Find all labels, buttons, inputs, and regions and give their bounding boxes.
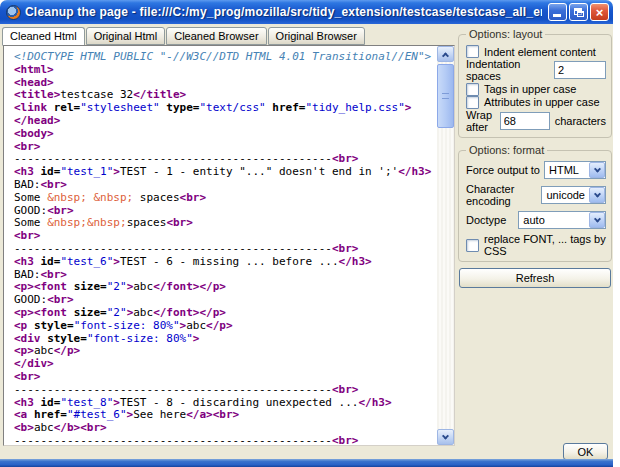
indent-element-content-label: Indent element content [484,46,596,58]
replace-font-checkbox[interactable] [466,239,479,252]
scroll-up-button[interactable] [437,46,454,62]
code-line: <h3 id="test_6">TEST - 6 - missing ... b… [14,256,437,269]
indentation-spaces-label: Indentation spaces [466,58,548,82]
code-line: <p><font size="2">abc</font></p> [14,281,437,294]
code-line: <!DOCTYPE HTML PUBLIC "-//W3C//DTD HTML … [14,51,437,64]
chevron-down-icon [593,190,600,197]
replace-font-label: replace FONT, ... tags by CSS [484,233,606,257]
minimize-button[interactable] [548,3,567,21]
doctype-label: Doctype [466,214,506,226]
code-line: <html> [14,64,437,77]
indent-element-content-checkbox[interactable] [466,45,479,58]
firefox-icon [6,5,21,20]
dropdown-arrow-icon[interactable] [589,162,605,178]
restore-icon-back [577,11,584,17]
window-bottom-border [0,459,613,467]
refresh-button[interactable]: Refresh [459,268,611,288]
code-line: <h3 id="test_1">TEST - 1 - entity "..." … [14,166,437,179]
code-line: Some &nbsp;&nbsp;spaces<br> [14,217,437,230]
vertical-scrollbar[interactable] [437,46,454,445]
tab-cleaned-browser[interactable]: Cleaned Browser [166,27,266,45]
tags-upper-case-label: Tags in upper case [484,83,576,95]
scrollbar-thumb[interactable] [437,64,454,128]
code-line: Some &nbsp; &nbsp; spaces<br> [14,192,437,205]
tab-cleaned-html[interactable]: Cleaned Html [2,27,85,46]
chevron-up-icon [442,52,449,59]
code-listing: <!DOCTYPE HTML PUBLIC "-//W3C//DTD HTML … [4,46,437,445]
code-line: <p>abc</p> [14,345,437,358]
character-encoding-select[interactable]: unicode [541,186,606,204]
wrap-after-input[interactable] [500,112,550,130]
doctype-select[interactable]: auto [518,211,606,229]
options-layout-group: Options: layout Indent element content I… [458,34,612,138]
options-format-title: Options: format [466,144,547,156]
code-panel[interactable]: <!DOCTYPE HTML PUBLIC "-//W3C//DTD HTML … [3,45,455,446]
dropdown-arrow-icon[interactable] [589,212,605,228]
cleanup-dialog-window: Cleanup the page - file:///C:/my_prog/mo… [0,0,613,467]
options-layout-title: Options: layout [466,28,545,40]
code-line: <body> [14,128,437,141]
close-button[interactable]: × [590,3,609,21]
chevron-down-icon [593,215,600,222]
code-line: </div> [14,358,437,371]
chevron-down-icon [593,165,600,172]
tab-strip: Cleaned Html Original Html Cleaned Brows… [2,27,366,46]
window-title: Cleanup the page - file:///C:/my_prog/mo… [25,5,542,19]
wrap-after-label: Wrap after [466,109,495,133]
doctype-value: auto [519,214,589,226]
options-format-group: Options: format Force output to HTML Cha… [458,150,612,262]
character-encoding-value: unicode [542,189,589,201]
character-encoding-label: Character encoding [466,183,541,207]
wrap-after-suffix: characters [555,115,606,127]
force-output-label: Force output to [466,164,540,176]
force-output-value: HTML [545,164,589,176]
tags-upper-case-checkbox[interactable] [466,83,479,96]
restore-button[interactable] [569,3,588,21]
code-line: </head> [14,115,437,128]
tab-original-browser[interactable]: Original Browser [268,27,365,45]
code-line: <link rel="stylesheet" type="text/css" h… [14,102,437,115]
tab-original-html[interactable]: Original Html [86,27,166,45]
title-bar[interactable]: Cleanup the page - file:///C:/my_prog/mo… [0,0,613,24]
close-icon: × [596,6,604,19]
dropdown-arrow-icon[interactable] [589,187,605,203]
chevron-down-icon [442,432,449,439]
indentation-spaces-input[interactable] [554,61,606,79]
attributes-upper-case-checkbox[interactable] [466,96,479,109]
force-output-select[interactable]: HTML [544,161,606,179]
attributes-upper-case-label: Attributes in upper case [484,96,600,108]
code-line: ----------------------------------------… [14,435,437,445]
scroll-down-button[interactable] [437,429,454,445]
ok-button[interactable]: OK [563,443,608,460]
minimize-icon [553,14,561,17]
